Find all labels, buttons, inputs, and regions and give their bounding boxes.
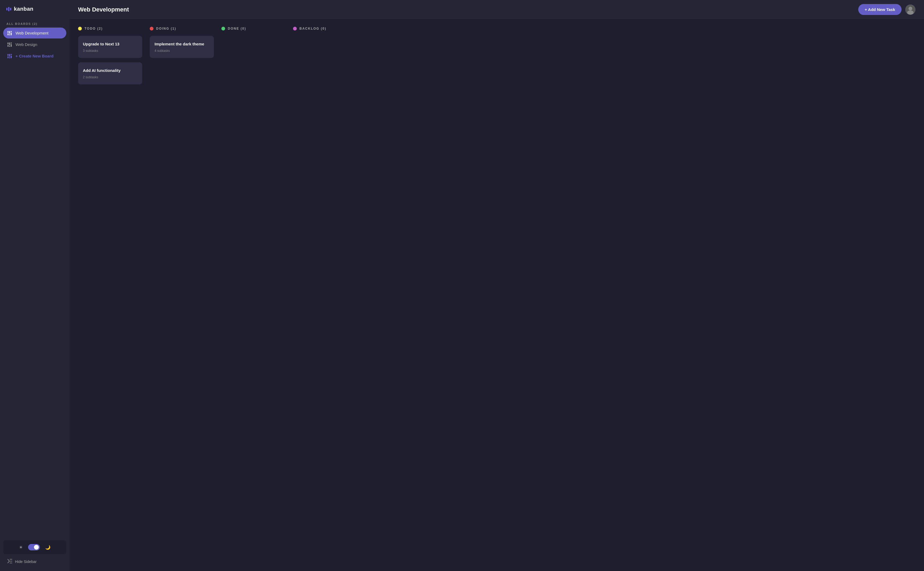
sidebar: kanban ALL BOARDS (2) Web Development (0, 0, 70, 571)
boards-section-label: ALL BOARDS (2) (0, 18, 70, 28)
add-task-button[interactable]: + Add New Task (858, 4, 902, 15)
column-dot-doing (150, 27, 153, 31)
sidebar-item-web-design[interactable]: Web Design (3, 39, 66, 50)
svg-rect-9 (9, 46, 10, 47)
svg-rect-3 (9, 34, 10, 35)
svg-rect-17 (11, 56, 12, 58)
svg-rect-6 (8, 42, 9, 44)
hide-sidebar-button[interactable]: Hide Sidebar (3, 556, 66, 567)
task-subtasks: 4 subtasks (155, 49, 209, 52)
column-dot-todo (78, 27, 82, 31)
task-card-2[interactable]: Add AI functionality2 subtasks (78, 62, 142, 85)
create-board-label: + Create New Board (15, 54, 54, 58)
column-todo: TODO (2)Upgrade to Next 133 subtasksAdd … (78, 27, 142, 85)
main-content: Web Development + Add New Task TODO (2)U… (70, 0, 924, 571)
task-card-3[interactable]: Implement the dark theme4 subtasks (150, 36, 214, 58)
svg-point-20 (907, 11, 913, 15)
logo-bar-3 (10, 8, 11, 11)
page-title: Web Development (78, 6, 129, 13)
sidebar-item-label: Web Design (15, 42, 37, 47)
theme-toggle-switch[interactable] (28, 544, 40, 551)
svg-rect-10 (11, 42, 12, 43)
board-icon (8, 31, 12, 35)
svg-rect-8 (9, 42, 10, 45)
svg-rect-16 (11, 54, 12, 55)
svg-rect-1 (8, 33, 9, 35)
svg-rect-12 (8, 54, 9, 56)
theme-toggle-bar: ☀ 🌙 (3, 540, 66, 554)
task-subtasks: 2 subtasks (83, 76, 138, 79)
column-dot-backlog (293, 27, 297, 31)
task-title: Implement the dark theme (155, 41, 209, 47)
column-title-todo: TODO (2) (85, 27, 103, 31)
task-card-1[interactable]: Upgrade to Next 133 subtasks (78, 36, 142, 58)
toggle-knob (34, 545, 39, 549)
board: TODO (2)Upgrade to Next 133 subtasksAdd … (70, 19, 924, 571)
column-backlog: BACKLOG (0) (293, 27, 357, 31)
column-title-done: DONE (0) (228, 27, 246, 31)
header: Web Development + Add New Task (70, 0, 924, 19)
column-header-done: DONE (0) (221, 27, 286, 31)
task-subtasks: 3 subtasks (83, 49, 138, 52)
svg-rect-0 (8, 31, 9, 33)
column-header-doing: DOING (1) (150, 27, 214, 31)
svg-rect-5 (11, 32, 12, 35)
svg-rect-11 (11, 44, 12, 47)
task-title: Upgrade to Next 13 (83, 41, 138, 47)
sidebar-nav: Web Development Web Design (0, 28, 70, 536)
sidebar-item-label: Web Development (15, 31, 48, 35)
logo-icon (6, 7, 11, 11)
app-name: kanban (14, 6, 33, 12)
board-icon-2 (8, 42, 12, 47)
column-header-todo: TODO (2) (78, 27, 142, 31)
hide-sidebar-label: Hide Sidebar (15, 560, 37, 564)
column-header-backlog: BACKLOG (0) (293, 27, 357, 31)
column-doing: DOING (1)Implement the dark theme4 subta… (150, 27, 214, 58)
header-actions: + Add New Task (858, 4, 915, 15)
column-done: DONE (0) (221, 27, 286, 31)
logo-bar-2 (8, 7, 9, 11)
avatar[interactable] (905, 5, 915, 15)
hide-sidebar-icon (8, 559, 12, 564)
moon-icon[interactable]: 🌙 (45, 545, 51, 550)
sun-icon[interactable]: ☀ (19, 545, 23, 550)
svg-rect-4 (11, 31, 12, 32)
sidebar-item-web-development[interactable]: Web Development (3, 28, 66, 39)
logo-bar-1 (6, 8, 8, 11)
create-board-icon (8, 54, 12, 58)
column-title-doing: DOING (1) (156, 27, 176, 31)
svg-rect-14 (9, 54, 10, 57)
create-new-board-button[interactable]: + Create New Board (3, 51, 66, 62)
column-dot-done (221, 27, 225, 31)
sidebar-bottom: ☀ 🌙 Hide Sidebar (0, 536, 70, 571)
svg-rect-2 (9, 31, 10, 34)
column-title-backlog: BACKLOG (0) (300, 27, 326, 31)
logo: kanban (0, 0, 70, 18)
svg-rect-13 (8, 56, 9, 58)
svg-point-19 (909, 7, 912, 11)
svg-rect-7 (8, 45, 9, 47)
svg-rect-15 (9, 57, 10, 58)
task-title: Add AI functionality (83, 68, 138, 73)
